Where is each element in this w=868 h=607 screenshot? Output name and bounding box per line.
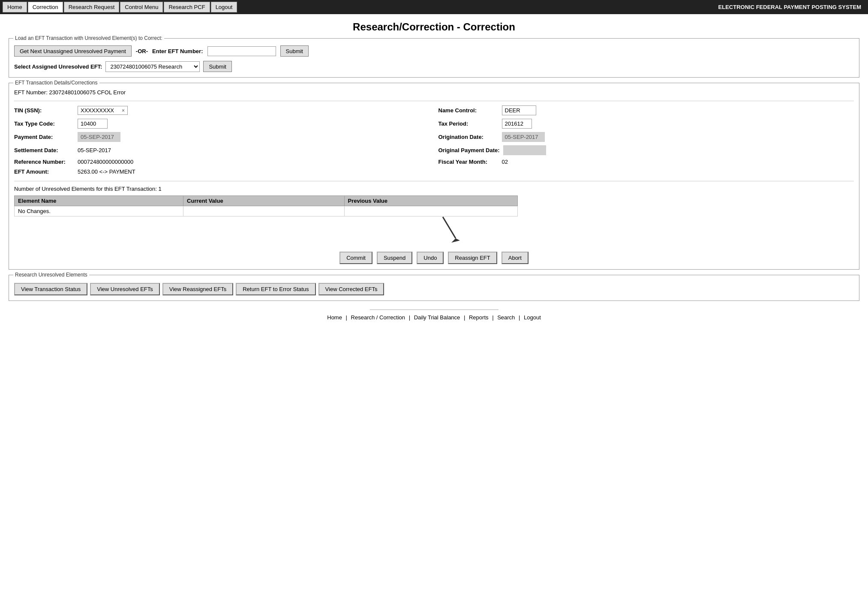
reference-number-field-row: Reference Number: 000724800000000000	[14, 159, 430, 165]
tin-input[interactable]	[81, 107, 119, 114]
page-title: Research/Correction - Correction	[0, 14, 868, 38]
name-control-input[interactable]	[502, 105, 536, 115]
research-section: Research Unresolved Elements View Transa…	[9, 275, 859, 301]
original-payment-input	[503, 145, 546, 155]
tin-clear-icon[interactable]: ×	[122, 108, 125, 114]
reassign-eft-button[interactable]: Reassign EFT	[448, 252, 497, 264]
load-eft-section: Load an EFT Transaction with Unresolved …	[9, 38, 859, 78]
fiscal-year-value: 02	[502, 159, 508, 165]
eft-number-value: 230724801006075 CFOL Error	[49, 89, 126, 96]
col-element-name: Element Name	[15, 196, 183, 206]
tax-type-field-row: Tax Type Code:	[14, 119, 430, 129]
elements-table: Element Name Current Value Previous Valu…	[14, 195, 518, 216]
submit-assigned-button[interactable]: Submit	[203, 61, 231, 72]
nav-tab-correction[interactable]: Correction	[28, 2, 63, 12]
cell-element-name: No Changes.	[15, 206, 183, 216]
footer-link-search[interactable]: Search	[497, 314, 515, 321]
eft-number-input[interactable]	[207, 46, 276, 56]
footer-link-home[interactable]: Home	[327, 314, 342, 321]
submit-eft-button[interactable]: Submit	[280, 45, 309, 57]
settlement-date-field-row: Settlement Date: 05-SEP-2017	[14, 145, 430, 155]
tin-field-row: TIN (SSN): ×	[14, 105, 430, 115]
tin-label: TIN (SSN):	[14, 107, 74, 114]
original-payment-field-row: Original Payment Date:	[439, 145, 854, 155]
fiscal-year-label: Fiscal Year Month:	[439, 159, 499, 165]
origination-date-field-row: Origination Date:	[439, 132, 854, 142]
suspend-button[interactable]: Suspend	[377, 252, 412, 264]
payment-date-input	[78, 132, 120, 142]
assigned-eft-select[interactable]: 230724801006075 Research	[105, 61, 200, 72]
fiscal-year-field-row: Fiscal Year Month: 02	[439, 159, 854, 165]
footer-link-research-correction[interactable]: Research / Correction	[351, 314, 405, 321]
system-title: ELECTRONIC FEDERAL PAYMENT POSTING SYSTE…	[718, 2, 865, 12]
tax-period-field-row: Tax Period:	[439, 119, 854, 129]
settlement-date-value: 05-SEP-2017	[78, 147, 111, 153]
reference-number-label: Reference Number:	[14, 159, 74, 165]
view-unresolved-efts-button[interactable]: View Unresolved EFTs	[90, 283, 160, 295]
fields-grid: TIN (SSN): × Name Control: Tax Type Code…	[14, 105, 854, 175]
reference-number-value: 000724800000000000	[78, 159, 133, 165]
select-assigned-row: Select Assigned Unresolved EFT: 23072480…	[14, 61, 854, 72]
view-transaction-status-button[interactable]: View Transaction Status	[14, 283, 87, 295]
eft-number-heading: EFT Number:	[14, 89, 48, 96]
footer-sep-1: |	[346, 314, 347, 321]
view-corrected-efts-button[interactable]: View Corrected EFTs	[318, 283, 384, 295]
return-eft-error-button[interactable]: Return EFT to Error Status	[236, 283, 315, 295]
footer-sep-4: |	[492, 314, 493, 321]
eft-amount-value: 5263.00 <-> PAYMENT	[78, 168, 135, 175]
tax-period-input[interactable]	[502, 119, 532, 129]
payment-date-field-row: Payment Date:	[14, 132, 430, 142]
col-previous-value: Previous Value	[344, 196, 518, 206]
cell-current-value	[183, 206, 344, 216]
tax-type-input[interactable]	[78, 119, 108, 129]
or-text: -OR-	[136, 48, 148, 54]
nav-tab-research-pcf[interactable]: Research PCF	[164, 2, 210, 12]
unresolved-count: Number of Unresolved Elements for this E…	[14, 186, 854, 192]
eft-details-label: EFT Transaction Details/Corrections	[13, 80, 99, 86]
footer-divider	[370, 310, 499, 310]
research-buttons-row: View Transaction Status View Unresolved …	[14, 283, 854, 295]
view-reassigned-efts-button[interactable]: View Reassigned EFTs	[162, 283, 233, 295]
action-buttons-row: Commit Suspend Undo Reassign EFT Abort	[14, 252, 854, 264]
svg-marker-1	[451, 238, 460, 243]
divider-1	[14, 101, 854, 101]
tin-input-wrap: ×	[78, 106, 128, 115]
nav-tab-research-request[interactable]: Research Request	[64, 2, 120, 12]
eft-number-line: EFT Number: 230724801006075 CFOL Error	[14, 87, 854, 96]
footer-sep-5: |	[519, 314, 520, 321]
payment-date-label: Payment Date:	[14, 134, 74, 140]
nav-tab-home[interactable]: Home	[3, 2, 27, 12]
name-control-label: Name Control:	[439, 107, 499, 114]
original-payment-label: Original Payment Date:	[439, 147, 500, 153]
footer-link-daily-trial-balance[interactable]: Daily Trial Balance	[414, 314, 460, 321]
commit-button[interactable]: Commit	[339, 252, 372, 264]
origination-date-input	[502, 132, 545, 142]
abort-button[interactable]: Abort	[502, 252, 529, 264]
nav-tab-logout[interactable]: Logout	[211, 2, 237, 12]
get-next-button[interactable]: Get Next Unassigned Unresolved Payment	[14, 45, 132, 57]
main-content: Load an EFT Transaction with Unresolved …	[0, 38, 868, 329]
col-current-value: Current Value	[183, 196, 344, 206]
research-section-label: Research Unresolved Elements	[13, 272, 89, 278]
name-control-field-row: Name Control:	[439, 105, 854, 115]
divider-2	[14, 181, 854, 181]
eft-amount-label: EFT Amount:	[14, 168, 74, 175]
undo-button[interactable]: Undo	[417, 252, 444, 264]
footer-link-logout[interactable]: Logout	[524, 314, 541, 321]
nav-tab-control-menu[interactable]: Control Menu	[120, 2, 163, 12]
footer-sep-2: |	[409, 314, 410, 321]
footer-link-reports[interactable]: Reports	[469, 314, 489, 321]
footer-links: Home | Research / Correction | Daily Tri…	[9, 314, 859, 321]
select-assigned-label: Select Assigned Unresolved EFT:	[14, 63, 102, 70]
origination-date-label: Origination Date:	[439, 134, 499, 140]
eft-amount-field-row: EFT Amount: 5263.00 <-> PAYMENT	[14, 168, 430, 175]
footer-sep-3: |	[464, 314, 465, 321]
settlement-date-label: Settlement Date:	[14, 147, 74, 153]
nav-bar: Home Correction Research Request Control…	[0, 0, 868, 14]
tax-type-label: Tax Type Code:	[14, 120, 74, 127]
enter-eft-label: Enter EFT Number:	[152, 48, 203, 54]
svg-line-0	[443, 217, 456, 238]
nav-tabs: Home Correction Research Request Control…	[3, 2, 237, 12]
tax-period-label: Tax Period:	[439, 120, 499, 127]
cell-previous-value	[344, 206, 518, 216]
